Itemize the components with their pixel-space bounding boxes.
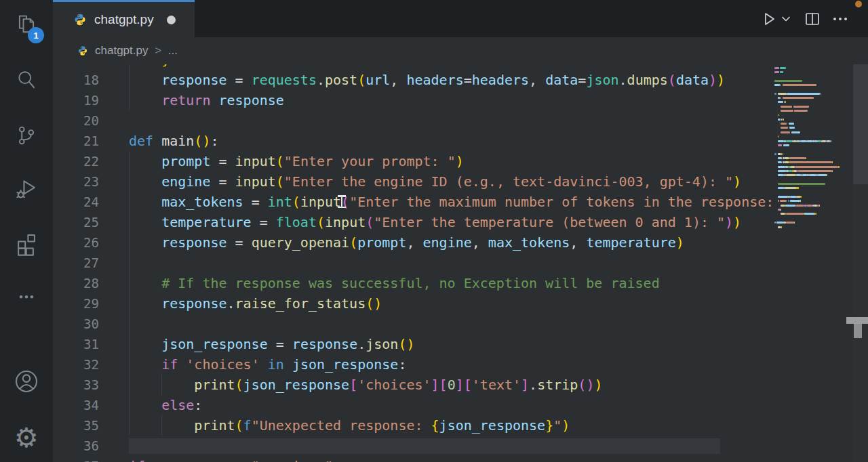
ellipsis-icon bbox=[14, 284, 39, 308]
indent-guide bbox=[129, 314, 130, 334]
split-editor-icon bbox=[804, 11, 821, 27]
play-icon bbox=[762, 12, 776, 26]
breadcrumb-more[interactable]: ... bbox=[168, 44, 178, 58]
chevron-down-icon bbox=[781, 14, 791, 24]
breadcrumb-file[interactable]: chatgpt.py bbox=[95, 44, 148, 58]
code-line: 36 bbox=[53, 436, 773, 456]
line-number: 24 bbox=[53, 192, 99, 212]
line-number: 36 bbox=[53, 436, 99, 456]
recording-dot bbox=[855, 1, 862, 7]
account-button[interactable] bbox=[0, 365, 53, 398]
code-line: 28 # If the response was successful, no … bbox=[53, 273, 773, 293]
code-line: 37if __name__ == "__main__": bbox=[53, 456, 773, 462]
line-number: 37 bbox=[53, 456, 99, 462]
source-control-icon bbox=[14, 123, 39, 148]
scrollbar-thumb[interactable] bbox=[853, 64, 868, 184]
line-number: 18 bbox=[53, 70, 99, 90]
code-line: 35 print(f"Unexpected response: {json_re… bbox=[53, 415, 773, 436]
editor[interactable]: 17 }18 response = requests.post(url, hea… bbox=[53, 64, 868, 462]
code-lines: 17 }18 response = requests.post(url, hea… bbox=[53, 64, 773, 462]
line-number: 28 bbox=[53, 273, 99, 293]
code-line: 32 if 'choices' in json_response: bbox=[53, 354, 773, 375]
line-number: 22 bbox=[53, 151, 99, 171]
line-number: 30 bbox=[53, 314, 99, 334]
indent-guide bbox=[129, 253, 130, 273]
run-debug-icon bbox=[14, 175, 39, 201]
minimap[interactable] bbox=[774, 64, 840, 301]
python-icon bbox=[73, 13, 87, 26]
current-line-highlight bbox=[129, 438, 720, 454]
code-line: 30 bbox=[53, 314, 773, 334]
line-number: 27 bbox=[53, 253, 99, 273]
line-number: 26 bbox=[53, 232, 99, 253]
python-icon bbox=[77, 45, 88, 56]
sidebar-item-run-debug[interactable] bbox=[0, 172, 53, 205]
line-number: 29 bbox=[53, 293, 99, 314]
code-line: 19 return response bbox=[53, 90, 773, 110]
code-line: 31 json_response = response.json() bbox=[53, 334, 773, 354]
code-line: 27 bbox=[53, 253, 773, 273]
line-number: 17 bbox=[53, 64, 99, 70]
line-number: 21 bbox=[53, 131, 99, 151]
line-number: 25 bbox=[53, 212, 99, 232]
line-number: 35 bbox=[53, 415, 99, 436]
code-line: 18 response = requests.post(url, headers… bbox=[53, 70, 773, 90]
extensions-icon bbox=[14, 231, 39, 257]
code-line: 29 response.raise_for_status() bbox=[53, 293, 773, 314]
line-number: 19 bbox=[53, 90, 99, 110]
code-line: 25 temperature = float(input("Enter the … bbox=[53, 212, 773, 232]
account-icon bbox=[13, 368, 40, 395]
sidebar-item-explorer[interactable] bbox=[0, 8, 53, 41]
line-number: 32 bbox=[53, 354, 99, 375]
code-line: 17 } bbox=[53, 64, 773, 70]
activity-bar: 1 bbox=[0, 0, 53, 462]
more-actions-icon bbox=[831, 10, 849, 28]
search-icon bbox=[14, 68, 39, 92]
sidebar-item-more-views[interactable] bbox=[0, 280, 53, 312]
line-number: 20 bbox=[53, 110, 99, 131]
run-button[interactable] bbox=[762, 0, 776, 37]
settings-button[interactable]: ⚙ bbox=[0, 421, 53, 454]
run-dropdown-button[interactable] bbox=[781, 0, 791, 37]
explorer-badge: 1 bbox=[28, 27, 44, 43]
line-number: 33 bbox=[53, 375, 99, 395]
sidebar-item-extensions[interactable] bbox=[0, 228, 53, 260]
code-line: 34 else: bbox=[53, 395, 773, 415]
line-number: 23 bbox=[53, 171, 99, 192]
line-number: 31 bbox=[53, 334, 99, 354]
breadcrumb-separator: > bbox=[155, 45, 161, 57]
vertical-scrollbar[interactable] bbox=[853, 64, 868, 462]
modified-dot-icon[interactable] bbox=[167, 16, 176, 24]
code-line: 23 engine = input("Enter the engine ID (… bbox=[53, 171, 773, 192]
gear-icon: ⚙ bbox=[14, 424, 39, 451]
split-editor-button[interactable] bbox=[804, 0, 821, 37]
code-line: 20 bbox=[53, 110, 773, 131]
mouse-ibeam-cursor bbox=[338, 195, 347, 209]
tab-chatgpt-py[interactable]: chatgpt.py bbox=[53, 0, 195, 37]
sidebar-item-search[interactable] bbox=[0, 64, 53, 96]
code-line: 24 max_tokens = int(input("Enter the max… bbox=[53, 192, 773, 212]
code-line: 26 response = query_openai(prompt, engin… bbox=[53, 232, 773, 253]
code-line: 21def main(): bbox=[53, 131, 773, 151]
code-line: 22 prompt = input("Enter your prompt: ") bbox=[53, 151, 773, 171]
tab-label: chatgpt.py bbox=[94, 12, 154, 27]
code-line: 33 print(json_response['choices'][0]['te… bbox=[53, 375, 773, 395]
more-actions-button[interactable] bbox=[831, 0, 849, 37]
line-number: 34 bbox=[53, 395, 99, 415]
breadcrumb: chatgpt.py > ... bbox=[53, 37, 868, 64]
sidebar-item-source-control[interactable] bbox=[0, 119, 53, 152]
tab-bar: chatgpt.py bbox=[53, 0, 868, 37]
